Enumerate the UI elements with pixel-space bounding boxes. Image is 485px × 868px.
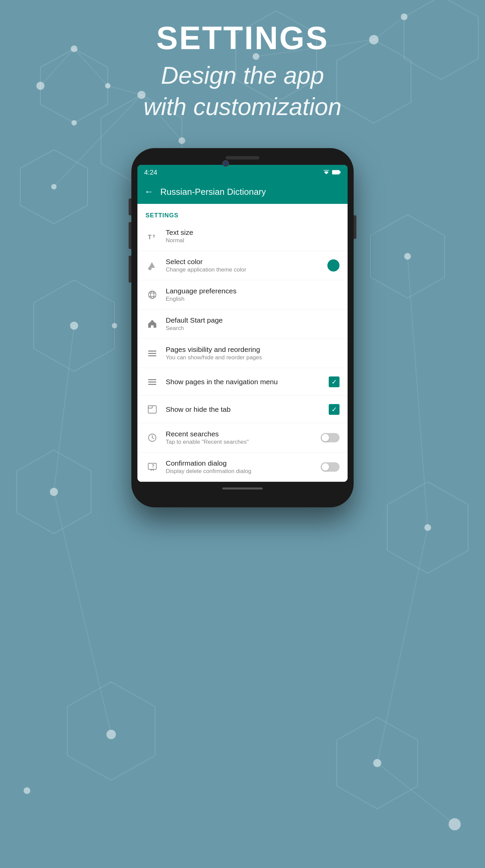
start-page-label: Default Start page bbox=[166, 316, 340, 324]
settings-item-show-pages-nav[interactable]: Show pages in the navigation menu ✓ bbox=[137, 368, 348, 396]
svg-point-31 bbox=[24, 787, 30, 794]
page-subtitle: Design the app with customization bbox=[0, 60, 485, 123]
start-page-value: Search bbox=[166, 325, 340, 332]
dialog-icon: ? bbox=[145, 460, 159, 474]
page-title: SETTINGS bbox=[0, 20, 485, 56]
settings-item-select-color[interactable]: Select color Change application theme co… bbox=[137, 251, 348, 280]
confirmation-dialog-label: Confirmation dialog bbox=[166, 459, 317, 467]
svg-point-24 bbox=[112, 323, 117, 328]
svg-text:T: T bbox=[148, 234, 151, 241]
settings-item-language[interactable]: Language preferences English bbox=[137, 280, 348, 310]
svg-rect-48 bbox=[340, 171, 341, 173]
color-icon bbox=[145, 259, 159, 272]
confirmation-dialog-text: Confirmation dialog Display delete confi… bbox=[166, 459, 317, 475]
recent-searches-sublabel: Tap to enable "Recent searches" bbox=[166, 439, 317, 445]
text-size-text: Text size Normal bbox=[166, 228, 340, 244]
checkbox-checked-tab-icon: ✓ bbox=[329, 404, 340, 415]
phone-shell: 4:24 ← Russian-Persian Dictionary bbox=[131, 148, 354, 507]
header-section: SETTINGS Design the app with customizati… bbox=[0, 20, 485, 123]
phone-screen: 4:24 ← Russian-Persian Dictionary bbox=[137, 165, 348, 482]
battery-icon bbox=[332, 170, 341, 175]
history-icon bbox=[145, 431, 159, 444]
pages-visibility-text: Pages visibility and reordering You can … bbox=[166, 345, 340, 361]
svg-point-51 bbox=[148, 267, 151, 270]
phone-bottom bbox=[137, 482, 348, 495]
show-pages-nav-text: Show pages in the navigation menu bbox=[166, 378, 325, 386]
toggle-off-dialog bbox=[321, 462, 340, 472]
recent-searches-text: Recent searches Tap to enable "Recent se… bbox=[166, 430, 317, 445]
volume-up-button bbox=[129, 198, 131, 215]
home-icon bbox=[145, 317, 159, 331]
volume-down-button bbox=[129, 222, 131, 249]
back-button[interactable]: ← bbox=[144, 186, 153, 197]
settings-item-confirmation-dialog[interactable]: ? Confirmation dialog Display delete con… bbox=[137, 453, 348, 482]
show-tab-text: Show or hide the tab bbox=[166, 405, 325, 413]
menu-reorder-icon bbox=[145, 346, 159, 360]
svg-rect-59 bbox=[148, 355, 156, 356]
select-color-label: Select color bbox=[166, 258, 323, 266]
svg-text:T: T bbox=[152, 234, 155, 239]
select-color-text: Select color Change application theme co… bbox=[166, 258, 323, 273]
app-toolbar: ← Russian-Persian Dictionary bbox=[137, 180, 348, 204]
status-bar: 4:24 bbox=[137, 165, 348, 180]
confirmation-dialog-toggle[interactable] bbox=[321, 462, 340, 472]
pages-visibility-label: Pages visibility and reordering bbox=[166, 345, 340, 353]
recent-searches-toggle[interactable] bbox=[321, 433, 340, 442]
recent-searches-label: Recent searches bbox=[166, 430, 317, 438]
svg-point-52 bbox=[148, 291, 156, 299]
status-time: 4:24 bbox=[144, 168, 157, 176]
wifi-icon bbox=[323, 169, 330, 175]
svg-rect-62 bbox=[148, 384, 156, 385]
home-bar bbox=[222, 488, 263, 490]
svg-rect-61 bbox=[148, 381, 156, 382]
svg-text:?: ? bbox=[151, 463, 154, 469]
phone-mockup: 4:24 ← Russian-Persian Dictionary bbox=[131, 148, 354, 507]
toggle-knob bbox=[322, 434, 329, 441]
power-button bbox=[354, 215, 356, 239]
globe-icon bbox=[145, 288, 159, 302]
start-page-text: Default Start page Search bbox=[166, 316, 340, 332]
settings-item-text-size[interactable]: T T Text size Normal bbox=[137, 222, 348, 251]
checkbox-checked-icon: ✓ bbox=[329, 376, 340, 387]
svg-point-53 bbox=[150, 291, 154, 299]
svg-rect-56 bbox=[151, 320, 153, 321]
text-size-icon: T T bbox=[145, 229, 159, 243]
confirmation-dialog-sublabel: Display delete confirmation dialog bbox=[166, 468, 317, 475]
nav-menu-icon bbox=[145, 375, 159, 389]
language-label: Language preferences bbox=[166, 287, 340, 295]
show-tab-label: Show or hide the tab bbox=[166, 405, 325, 413]
settings-item-start-page[interactable]: Default Start page Search bbox=[137, 310, 348, 339]
tab-icon bbox=[145, 403, 159, 416]
svg-rect-47 bbox=[333, 170, 338, 174]
settings-item-show-tab[interactable]: Show or hide the tab ✓ bbox=[137, 396, 348, 423]
toggle-off-recent bbox=[321, 433, 340, 442]
status-icons bbox=[323, 169, 341, 175]
show-pages-nav-checkbox[interactable]: ✓ bbox=[329, 376, 340, 387]
svg-marker-45 bbox=[323, 170, 330, 173]
theme-color-dot bbox=[327, 259, 340, 272]
color-dot-control[interactable] bbox=[327, 259, 340, 272]
svg-rect-58 bbox=[148, 353, 156, 354]
svg-rect-64 bbox=[148, 406, 152, 408]
settings-section-header: SETTINGS bbox=[137, 204, 348, 222]
text-size-label: Text size bbox=[166, 228, 340, 237]
toolbar-title: Russian-Persian Dictionary bbox=[160, 187, 266, 197]
show-pages-nav-label: Show pages in the navigation menu bbox=[166, 378, 325, 386]
settings-item-pages-visibility[interactable]: Pages visibility and reordering You can … bbox=[137, 339, 348, 368]
silent-button bbox=[129, 256, 131, 283]
show-tab-checkbox[interactable]: ✓ bbox=[329, 404, 340, 415]
select-color-sublabel: Change application theme color bbox=[166, 267, 323, 273]
section-label: SETTINGS bbox=[145, 212, 178, 219]
svg-rect-57 bbox=[148, 350, 156, 351]
front-camera bbox=[222, 160, 229, 167]
svg-rect-60 bbox=[148, 379, 156, 380]
speaker-grille bbox=[226, 156, 259, 159]
text-size-value: Normal bbox=[166, 237, 340, 244]
settings-item-recent-searches[interactable]: Recent searches Tap to enable "Recent se… bbox=[137, 423, 348, 453]
language-text: Language preferences English bbox=[166, 287, 340, 303]
toggle-knob-dialog bbox=[322, 463, 329, 471]
settings-content: SETTINGS T T Text size Normal bbox=[137, 204, 348, 482]
pages-visibility-sublabel: You can show/hide and reorder pages bbox=[166, 354, 340, 361]
language-value: English bbox=[166, 296, 340, 303]
